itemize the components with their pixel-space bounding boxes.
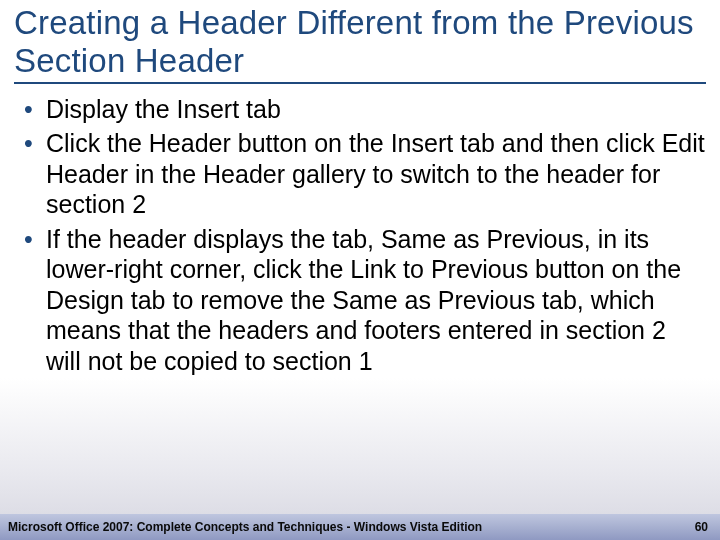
slide-title: Creating a Header Different from the Pre…	[14, 4, 706, 84]
slide: Creating a Header Different from the Pre…	[0, 0, 720, 540]
slide-footer: Microsoft Office 2007: Complete Concepts…	[0, 514, 720, 540]
footer-text: Microsoft Office 2007: Complete Concepts…	[8, 520, 482, 534]
page-number: 60	[695, 520, 708, 534]
list-item: Click the Header button on the Insert ta…	[20, 128, 706, 220]
bullet-list: Display the Insert tab Click the Header …	[20, 94, 706, 377]
list-item: Display the Insert tab	[20, 94, 706, 125]
list-item: If the header displays the tab, Same as …	[20, 224, 706, 377]
slide-body: Display the Insert tab Click the Header …	[14, 94, 706, 377]
